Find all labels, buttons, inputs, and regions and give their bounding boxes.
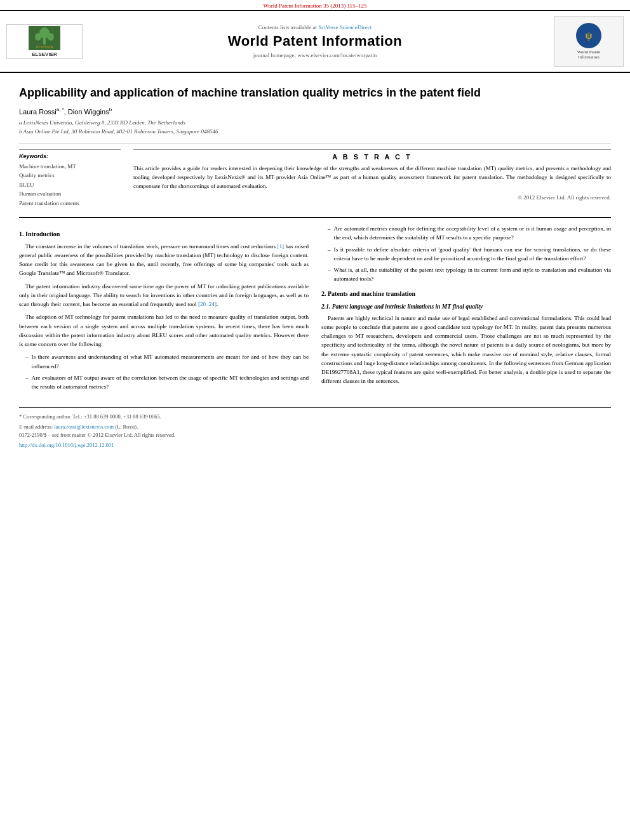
keywords-heading: Keywords: — [19, 153, 121, 159]
bullet-left-2: Are evaluators of MT output aware of the… — [25, 373, 309, 392]
bullet-right-1: Are automated metrics enough for definin… — [328, 224, 611, 243]
email-link[interactable]: laura.rossi@lexisnexis.com — [54, 423, 114, 430]
svg-point-4 — [48, 33, 54, 41]
keywords-column: Keywords: Machine translation, MT Qualit… — [19, 149, 121, 208]
intro-para3: The adoption of MT technology for patent… — [19, 312, 309, 349]
bullets-left: Is there awareness and understanding of … — [25, 352, 309, 391]
journal-reference-bar: World Patent Information 35 (2013) 115–1… — [0, 0, 630, 11]
journal-title: World Patent Information — [89, 33, 541, 50]
intro-para1: The constant increase in the volumes of … — [19, 242, 309, 278]
license-note: 0172-2190/$ – see front matter © 2012 El… — [19, 431, 611, 439]
intro-para2: The patent information industry discover… — [19, 282, 309, 309]
email-line: E-mail address: laura.rossi@lexisnexis.c… — [19, 423, 611, 431]
email-label: E-mail address: — [19, 423, 54, 430]
svg-point-3 — [35, 33, 41, 41]
cite-20-24: [20–24] — [198, 301, 217, 307]
abstract-copyright: © 2012 Elsevier Ltd. All rights reserved… — [133, 194, 611, 201]
wpi-logo: ψ World PatentInformation — [554, 16, 624, 67]
keywords-list: Machine translation, MT Quality metrics … — [19, 162, 121, 208]
keyword-5: Patent translation contents — [19, 199, 121, 208]
body-right-column: Are automated metrics enough for definin… — [321, 224, 611, 394]
bullet-left-1: Is there awareness and understanding of … — [25, 352, 309, 371]
cite-1: [1] — [277, 243, 284, 250]
doi-link[interactable]: http://dx.doi.org/10.1016/j.wpi.2012.12.… — [19, 442, 114, 448]
bullet-right-3: What is, at all, the suitability of the … — [328, 265, 611, 284]
divider-2 — [19, 217, 611, 218]
author1-name: Laura Rossi — [19, 108, 57, 116]
elsevier-logo-area: ELSEVIER ELSEVIER — [6, 24, 89, 59]
journal-header: ELSEVIER ELSEVIER Contents lists availab… — [0, 11, 630, 73]
sciverse-line: Contents lists available at SciVerse Sci… — [89, 24, 541, 30]
sciverse-prefix: Contents lists available at — [258, 24, 318, 30]
wpi-logo-area: ψ World PatentInformation — [541, 16, 624, 67]
author2-separator: , Dion Wiggins — [64, 108, 109, 116]
svg-rect-2 — [43, 38, 46, 44]
header-center: Contents lists available at SciVerse Sci… — [89, 24, 541, 58]
keywords-abstract-section: Keywords: Machine translation, MT Qualit… — [19, 149, 611, 208]
affiliations: a LexisNexis Univentio, Galileiweg 8, 23… — [19, 119, 611, 136]
patents-mt-heading: 2. Patents and machine translation — [321, 289, 611, 299]
patents-mt-para1: Patents are highly technical in nature a… — [321, 314, 611, 386]
affiliation-a: a LexisNexis Univentio, Galileiweg 8, 23… — [19, 119, 611, 128]
email-author: (L. Rossi). — [114, 423, 138, 430]
divider-1 — [19, 143, 611, 144]
body-left-column: 1. Introduction The constant increase in… — [19, 224, 309, 394]
wpi-logo-icon: ψ — [576, 23, 601, 48]
abstract-column: A B S T R A C T This article provides a … — [133, 149, 611, 208]
affiliation-b: b Asia Online Pte Ltd, 30 Robinson Road,… — [19, 128, 611, 137]
journal-homepage: journal homepage: www.elsevier.com/locat… — [89, 52, 541, 58]
body-columns: 1. Introduction The constant increase in… — [19, 224, 611, 394]
elsevier-logo-image: ELSEVIER — [29, 26, 60, 50]
author2-sup: b — [109, 107, 112, 112]
bullet-right-2: Is it possible to define absolute criter… — [328, 245, 611, 263]
doi-line: http://dx.doi.org/10.1016/j.wpi.2012.12.… — [19, 441, 611, 450]
elsevier-label-text: ELSEVIER — [32, 51, 57, 57]
author1-sup: a, * — [57, 107, 64, 112]
journal-reference-text: World Patent Information 35 (2013) 115–1… — [263, 3, 366, 9]
authors-line: Laura Rossia, *, Dion Wigginsb — [19, 107, 611, 116]
intro-heading: 1. Introduction — [19, 229, 309, 239]
abstract-heading: A B S T R A C T — [133, 153, 611, 161]
svg-text:ELSEVIER: ELSEVIER — [36, 45, 53, 49]
keyword-1: Machine translation, MT — [19, 162, 121, 171]
corresponding-author-note: * Corresponding author. Tel.: +31 88 639… — [19, 413, 611, 421]
keyword-2: Quality metrics — [19, 171, 121, 180]
page-footer: * Corresponding author. Tel.: +31 88 639… — [19, 407, 611, 449]
abstract-body: This article provides a guide for reader… — [133, 164, 611, 191]
wpi-logo-text: World PatentInformation — [577, 50, 601, 60]
main-content: Applicability and application of machine… — [0, 73, 630, 460]
article-title: Applicability and application of machine… — [19, 86, 611, 100]
elsevier-logo: ELSEVIER ELSEVIER — [6, 24, 83, 59]
bullets-right: Are automated metrics enough for definin… — [328, 224, 611, 284]
keyword-3: BLEU — [19, 180, 121, 189]
patents-mt-subheading: 2.1. Patent language and intrinsic limit… — [321, 302, 611, 312]
sciverse-link[interactable]: SciVerse ScienceDirect — [318, 24, 372, 30]
keyword-4: Human evaluation — [19, 189, 121, 198]
